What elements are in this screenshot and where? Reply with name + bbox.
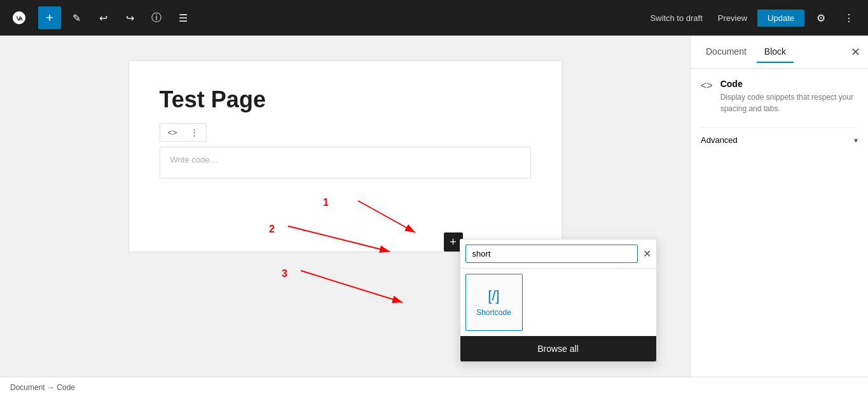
- right-sidebar: Document Block ✕ <> Code Display code sn…: [690, 36, 868, 377]
- code-icon: <>: [168, 128, 177, 137]
- more-options-button[interactable]: ⋮: [837, 6, 860, 29]
- clear-icon: ✕: [643, 248, 651, 259]
- shortcode-icon: [/]: [488, 288, 499, 304]
- preview-button[interactable]: Preview: [713, 10, 752, 27]
- plus-icon: +: [450, 236, 457, 249]
- redo-button[interactable]: ↪: [118, 6, 141, 29]
- chevron-down-icon: ▾: [854, 136, 858, 145]
- main-toolbar: + ✎ ↩ ↪ ⓘ ☰ Switch to draft Preview Upda…: [0, 0, 868, 36]
- svg-line-7: [301, 271, 403, 302]
- tab-block[interactable]: Block: [757, 41, 794, 63]
- sidebar-tabs: Document Block ✕: [691, 36, 868, 69]
- pencil-icon: ✎: [72, 12, 81, 24]
- page-title: Test Page: [160, 86, 531, 113]
- main-layout: Test Page <> ⋮ Write code… +: [0, 36, 868, 377]
- close-icon: ✕: [851, 46, 860, 58]
- undo-button[interactable]: ↩: [92, 6, 114, 29]
- shortcode-label: Shortcode: [476, 308, 511, 317]
- block-search-input[interactable]: [465, 245, 638, 263]
- tab-document[interactable]: Document: [698, 41, 754, 63]
- block-info: <> Code Display code snippets that respe…: [701, 79, 858, 114]
- sidebar-content: <> Code Display code snippets that respe…: [691, 69, 868, 377]
- ellipsis-vertical-icon: ⋮: [844, 12, 854, 24]
- breadcrumb: Document → Code: [10, 383, 75, 392]
- info-button[interactable]: ⓘ: [145, 6, 168, 29]
- search-clear-button[interactable]: ✕: [643, 248, 651, 260]
- list-view-button[interactable]: ☰: [172, 6, 195, 29]
- edit-button[interactable]: ✎: [65, 6, 88, 29]
- block-more-options-button[interactable]: ⋮: [185, 124, 203, 141]
- inserter-results: [/] Shortcode: [460, 269, 656, 336]
- block-options-icon: ⋮: [190, 128, 198, 137]
- editor-area: Test Page <> ⋮ Write code… +: [0, 36, 690, 377]
- code-icon-button[interactable]: <>: [163, 124, 183, 141]
- block-info-title: Code: [720, 79, 858, 89]
- block-inserter-popup: ✕ [/] Shortcode Browse all: [460, 239, 657, 362]
- add-block-button[interactable]: +: [38, 6, 61, 29]
- gear-icon: ⚙: [816, 12, 825, 24]
- code-block[interactable]: Write code…: [160, 147, 531, 178]
- settings-button[interactable]: ⚙: [809, 6, 832, 29]
- shortcode-block-item[interactable]: [/] Shortcode: [465, 274, 523, 331]
- switch-to-draft-button[interactable]: Switch to draft: [645, 10, 707, 27]
- advanced-section[interactable]: Advanced ▾: [701, 127, 858, 152]
- block-toolbar: <> ⋮: [160, 123, 207, 142]
- info-icon: ⓘ: [151, 11, 162, 25]
- code-placeholder: Write code…: [170, 155, 218, 165]
- arrow-3: 3: [282, 264, 428, 321]
- advanced-label: Advanced: [701, 135, 738, 145]
- redo-icon: ↪: [126, 12, 134, 24]
- undo-icon: ↩: [99, 12, 107, 24]
- block-info-text: Code Display code snippets that respect …: [720, 79, 858, 114]
- toolbar-right: Switch to draft Preview Update ⚙ ⋮: [645, 6, 860, 29]
- block-info-desc: Display code snippets that respect your …: [720, 91, 858, 114]
- list-view-icon: ☰: [179, 12, 188, 24]
- editor-content: Test Page <> ⋮ Write code…: [129, 61, 561, 252]
- svg-text:3: 3: [282, 268, 287, 279]
- add-icon: +: [46, 11, 53, 25]
- browse-all-button[interactable]: Browse all: [460, 336, 656, 361]
- wp-logo[interactable]: [8, 6, 31, 29]
- inserter-search-container: ✕: [460, 239, 656, 269]
- update-button[interactable]: Update: [757, 10, 804, 27]
- sidebar-close-button[interactable]: ✕: [851, 45, 860, 59]
- status-bar: Document → Code: [0, 377, 868, 397]
- code-block-icon: <>: [701, 80, 713, 91]
